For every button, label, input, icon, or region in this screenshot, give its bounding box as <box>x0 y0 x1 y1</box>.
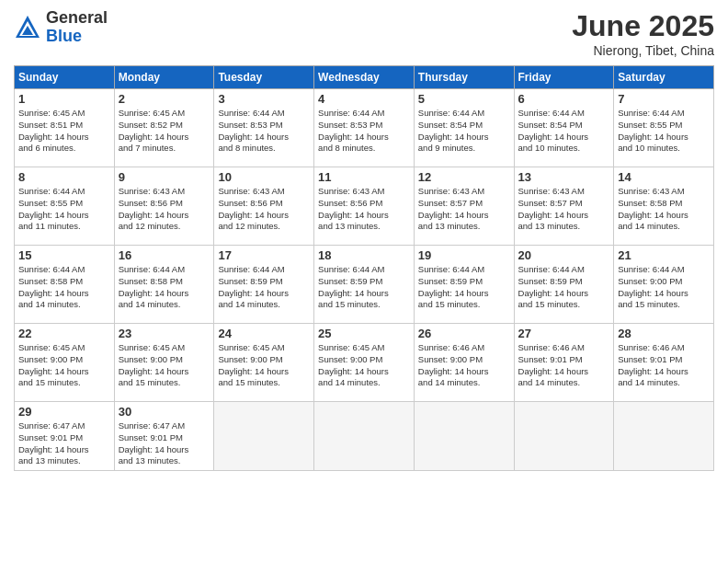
day-info: Sunrise: 6:45 AM Sunset: 8:52 PM Dayligh… <box>119 108 210 155</box>
day-info: Sunrise: 6:46 AM Sunset: 9:00 PM Dayligh… <box>418 342 510 389</box>
weekday-header-thursday: Thursday <box>414 66 514 89</box>
day-cell: 28Sunrise: 6:46 AM Sunset: 9:01 PM Dayli… <box>614 324 714 402</box>
day-number: 26 <box>418 327 510 340</box>
day-number: 12 <box>418 170 510 184</box>
day-info: Sunrise: 6:47 AM Sunset: 9:01 PM Dayligh… <box>18 420 110 467</box>
day-info: Sunrise: 6:43 AM Sunset: 8:56 PM Dayligh… <box>318 186 410 233</box>
day-info: Sunrise: 6:44 AM Sunset: 8:59 PM Dayligh… <box>318 264 410 311</box>
weekday-header-monday: Monday <box>114 66 214 89</box>
day-number: 23 <box>119 327 210 340</box>
day-cell: 22Sunrise: 6:45 AM Sunset: 9:00 PM Dayli… <box>15 324 115 402</box>
day-info: Sunrise: 6:47 AM Sunset: 9:01 PM Dayligh… <box>119 420 210 467</box>
day-number: 1 <box>18 92 110 106</box>
day-info: Sunrise: 6:43 AM Sunset: 8:56 PM Dayligh… <box>218 186 310 233</box>
day-info: Sunrise: 6:43 AM Sunset: 8:57 PM Dayligh… <box>518 186 610 233</box>
week-row-5: 29Sunrise: 6:47 AM Sunset: 9:01 PM Dayli… <box>15 402 714 471</box>
day-number: 16 <box>119 248 210 262</box>
day-cell: 10Sunrise: 6:43 AM Sunset: 8:56 PM Dayli… <box>214 167 314 246</box>
day-number: 10 <box>218 170 310 184</box>
day-info: Sunrise: 6:44 AM Sunset: 9:00 PM Dayligh… <box>618 264 710 311</box>
day-cell: 15Sunrise: 6:44 AM Sunset: 8:58 PM Dayli… <box>15 246 115 324</box>
day-cell: 5Sunrise: 6:44 AM Sunset: 8:54 PM Daylig… <box>414 89 514 167</box>
day-number: 18 <box>318 248 410 262</box>
day-cell: 14Sunrise: 6:43 AM Sunset: 8:58 PM Dayli… <box>614 167 714 246</box>
day-info: Sunrise: 6:45 AM Sunset: 9:00 PM Dayligh… <box>218 342 310 389</box>
day-cell: 16Sunrise: 6:44 AM Sunset: 8:58 PM Dayli… <box>114 246 214 324</box>
day-number: 8 <box>18 170 110 184</box>
logo: General Blue <box>14 9 108 46</box>
day-number: 21 <box>618 248 710 262</box>
day-number: 9 <box>119 170 210 184</box>
day-cell: 3Sunrise: 6:44 AM Sunset: 8:53 PM Daylig… <box>214 89 314 167</box>
day-number: 14 <box>618 170 710 184</box>
day-number: 6 <box>518 92 610 106</box>
day-number: 27 <box>518 327 610 340</box>
day-info: Sunrise: 6:44 AM Sunset: 8:59 PM Dayligh… <box>518 264 610 311</box>
day-cell: 1Sunrise: 6:45 AM Sunset: 8:51 PM Daylig… <box>15 89 115 167</box>
day-cell: 11Sunrise: 6:43 AM Sunset: 8:56 PM Dayli… <box>314 167 415 246</box>
day-info: Sunrise: 6:44 AM Sunset: 8:55 PM Dayligh… <box>18 186 110 233</box>
week-row-1: 1Sunrise: 6:45 AM Sunset: 8:51 PM Daylig… <box>15 89 714 167</box>
day-cell: 20Sunrise: 6:44 AM Sunset: 8:59 PM Dayli… <box>514 246 614 324</box>
day-cell: 25Sunrise: 6:45 AM Sunset: 9:00 PM Dayli… <box>314 324 415 402</box>
day-number: 30 <box>119 405 210 419</box>
day-cell: 17Sunrise: 6:44 AM Sunset: 8:59 PM Dayli… <box>214 246 314 324</box>
day-info: Sunrise: 6:43 AM Sunset: 8:58 PM Dayligh… <box>618 186 710 233</box>
day-cell: 24Sunrise: 6:45 AM Sunset: 9:00 PM Dayli… <box>214 324 314 402</box>
day-cell <box>214 402 314 471</box>
day-cell: 23Sunrise: 6:45 AM Sunset: 9:00 PM Dayli… <box>114 324 214 402</box>
day-info: Sunrise: 6:45 AM Sunset: 9:00 PM Dayligh… <box>119 342 210 389</box>
day-cell <box>514 402 614 471</box>
page: General Blue June 2025 Nierong, Tibet, C… <box>0 0 728 563</box>
day-info: Sunrise: 6:44 AM Sunset: 8:55 PM Dayligh… <box>618 108 710 155</box>
day-number: 28 <box>618 327 710 340</box>
day-cell: 4Sunrise: 6:44 AM Sunset: 8:53 PM Daylig… <box>314 89 415 167</box>
weekday-header-wednesday: Wednesday <box>314 66 415 89</box>
day-info: Sunrise: 6:43 AM Sunset: 8:56 PM Dayligh… <box>119 186 210 233</box>
title-block: June 2025 Nierong, Tibet, China <box>572 9 714 58</box>
day-info: Sunrise: 6:44 AM Sunset: 8:54 PM Dayligh… <box>518 108 610 155</box>
day-cell: 6Sunrise: 6:44 AM Sunset: 8:54 PM Daylig… <box>514 89 614 167</box>
logo-blue: Blue <box>46 28 108 46</box>
day-cell: 8Sunrise: 6:44 AM Sunset: 8:55 PM Daylig… <box>15 167 115 246</box>
day-cell <box>314 402 415 471</box>
day-info: Sunrise: 6:44 AM Sunset: 8:54 PM Dayligh… <box>418 108 510 155</box>
day-cell: 19Sunrise: 6:44 AM Sunset: 8:59 PM Dayli… <box>414 246 514 324</box>
day-cell: 2Sunrise: 6:45 AM Sunset: 8:52 PM Daylig… <box>114 89 214 167</box>
day-cell: 30Sunrise: 6:47 AM Sunset: 9:01 PM Dayli… <box>114 402 214 471</box>
day-info: Sunrise: 6:45 AM Sunset: 8:51 PM Dayligh… <box>18 108 110 155</box>
weekday-header-tuesday: Tuesday <box>214 66 314 89</box>
day-number: 22 <box>18 327 110 340</box>
day-number: 5 <box>418 92 510 106</box>
week-row-4: 22Sunrise: 6:45 AM Sunset: 9:00 PM Dayli… <box>15 324 714 402</box>
day-number: 15 <box>18 248 110 262</box>
weekday-header-row: SundayMondayTuesdayWednesdayThursdayFrid… <box>15 66 714 89</box>
day-cell: 26Sunrise: 6:46 AM Sunset: 9:00 PM Dayli… <box>414 324 514 402</box>
weekday-header-sunday: Sunday <box>15 66 115 89</box>
day-number: 24 <box>218 327 310 340</box>
day-cell <box>414 402 514 471</box>
month-title: June 2025 <box>572 9 714 43</box>
header: General Blue June 2025 Nierong, Tibet, C… <box>14 9 714 58</box>
day-number: 3 <box>218 92 310 106</box>
day-cell: 21Sunrise: 6:44 AM Sunset: 9:00 PM Dayli… <box>614 246 714 324</box>
day-number: 11 <box>318 170 410 184</box>
day-cell: 7Sunrise: 6:44 AM Sunset: 8:55 PM Daylig… <box>614 89 714 167</box>
day-cell: 13Sunrise: 6:43 AM Sunset: 8:57 PM Dayli… <box>514 167 614 246</box>
calendar: SundayMondayTuesdayWednesdayThursdayFrid… <box>14 65 714 471</box>
day-number: 4 <box>318 92 410 106</box>
day-info: Sunrise: 6:45 AM Sunset: 9:00 PM Dayligh… <box>318 342 410 389</box>
day-info: Sunrise: 6:44 AM Sunset: 8:58 PM Dayligh… <box>18 264 110 311</box>
day-number: 25 <box>318 327 410 340</box>
day-number: 13 <box>518 170 610 184</box>
day-cell: 18Sunrise: 6:44 AM Sunset: 8:59 PM Dayli… <box>314 246 415 324</box>
location: Nierong, Tibet, China <box>572 43 714 58</box>
logo-text: General Blue <box>46 9 108 46</box>
day-number: 17 <box>218 248 310 262</box>
day-cell: 9Sunrise: 6:43 AM Sunset: 8:56 PM Daylig… <box>114 167 214 246</box>
day-info: Sunrise: 6:46 AM Sunset: 9:01 PM Dayligh… <box>518 342 610 389</box>
weekday-header-friday: Friday <box>514 66 614 89</box>
logo-icon <box>14 14 41 41</box>
week-row-2: 8Sunrise: 6:44 AM Sunset: 8:55 PM Daylig… <box>15 167 714 246</box>
day-number: 20 <box>518 248 610 262</box>
